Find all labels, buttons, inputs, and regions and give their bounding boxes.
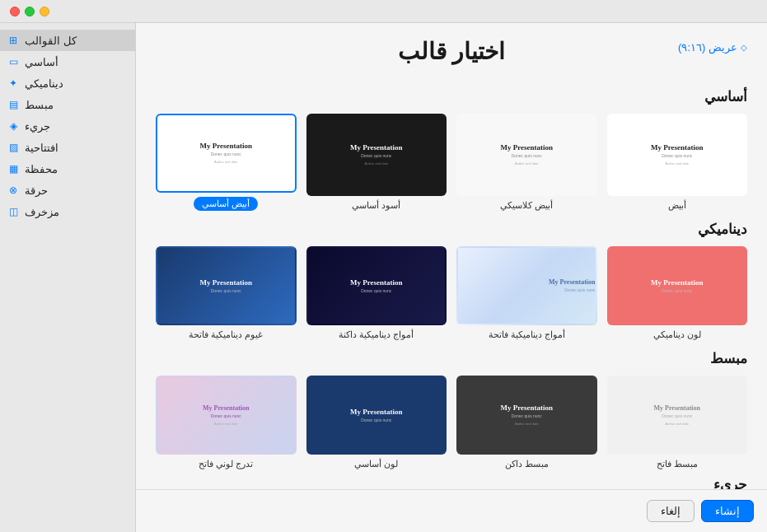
thumb-subtitle-bs: Donec quis nunc — [361, 418, 391, 422]
thumb-subtitle-ds: Donec quis nunc — [512, 413, 542, 418]
bold2-icon: ⊗ — [7, 184, 20, 197]
thumb-title-wc: My Presentation — [500, 143, 553, 152]
close-button[interactable] — [10, 7, 20, 16]
template-item-light-simple[interactable]: My Presentation Donec quis nunc Author a… — [607, 376, 748, 469]
thumb-subtitle-coral: Donec quis nunc — [662, 288, 692, 293]
template-thumb-cloud-light: My Presentation Donec quis nunc — [456, 246, 597, 325]
thumb-date-ds: Author and date — [515, 422, 538, 426]
sidebar-item-ornate[interactable]: مزخرف ◫ — [0, 201, 135, 222]
template-item-coral[interactable]: My Presentation Donec quis nunc لون دينا… — [607, 246, 748, 340]
template-item-white[interactable]: My Presentation Donec quis nunc Author a… — [607, 114, 748, 211]
template-label-blue-gradient: غيوم ديناميكية فاتحة — [189, 329, 263, 340]
minimize-button[interactable] — [40, 7, 49, 16]
template-item-white-classic[interactable]: My Presentation Donec quis nunc Author a… — [456, 114, 597, 211]
footer: إنشاء إلغاء — [136, 489, 767, 532]
thumb-date-gp: Author and date — [214, 422, 237, 426]
thumb-title-bg: My Presentation — [199, 278, 252, 287]
sidebar-item-bold[interactable]: جريء ◈ — [0, 115, 135, 137]
sidebar-item-bold2[interactable]: حرقة ⊗ — [0, 180, 135, 201]
sidebar-label-conservative: محفظة — [25, 163, 58, 175]
template-label-coral: لون ديناميكي — [653, 329, 701, 340]
template-thumb-blue-solid: My Presentation Donec quis nunc — [306, 376, 447, 455]
template-thumb-gradient-pink: My Presentation Donec quis nunc Author a… — [156, 376, 297, 455]
sidebar-item-all[interactable]: كل القوالب ⊞ — [0, 30, 135, 51]
sidebar-label-basic: أساسي — [25, 56, 58, 68]
thumb-title-ls: My Presentation — [654, 404, 701, 412]
sidebar-label-opening: افتتاحية — [25, 142, 58, 154]
cancel-button[interactable]: إلغاء — [647, 500, 695, 522]
thumb-subtitle-black: Donec quis nunc — [361, 153, 391, 158]
template-label-white-classic: أبيض كلاسيكي — [500, 200, 553, 211]
simple-icon: ▤ — [7, 98, 20, 111]
template-thumb-light-simple: My Presentation Donec quis nunc Author a… — [607, 376, 748, 455]
thumb-title-black: My Presentation — [350, 143, 403, 152]
template-thumb-dark-gradient: My Presentation Donec quis nunc — [306, 246, 447, 325]
template-thumb-dark-simple: My Presentation Donec quis nunc Author a… — [456, 376, 597, 455]
template-thumb-white-classic: My Presentation Donec quis nunc Author a… — [456, 114, 597, 196]
ratio-arrow-icon: ◇ — [741, 43, 747, 52]
thumb-subtitle-dg: Donec quis nunc — [361, 288, 391, 293]
template-label-dark-simple: مبسط داكن — [505, 459, 549, 469]
sidebar-item-opening[interactable]: افتتاحية ▨ — [0, 137, 135, 158]
sidebar-item-simple[interactable]: مبسط ▤ — [0, 94, 135, 115]
thumb-subtitle-wb: Donec quis nunc — [211, 152, 241, 156]
template-thumb-white-basic: My Presentation Donec quis nunc Author a… — [156, 114, 297, 193]
thumb-date-black: Author and date — [365, 161, 388, 166]
thumb-date-wc: Author and date — [515, 161, 538, 166]
ratio-label: عريض (٩:١٦) — [678, 41, 737, 54]
template-item-dark-gradient[interactable]: My Presentation Donec quis nunc أمواج دي… — [306, 246, 447, 340]
template-item-gradient-pink[interactable]: My Presentation Donec quis nunc Author a… — [156, 376, 297, 469]
thumb-date-ls: Author and date — [666, 422, 689, 426]
templates-grid-basic: My Presentation Donec quis nunc Author a… — [156, 114, 747, 211]
thumb-date: Author and date — [666, 161, 689, 166]
thumb-title-coral: My Presentation — [651, 278, 704, 287]
templates-scroll[interactable]: أساسي My Presentation Donec quis nunc Au… — [136, 75, 767, 489]
sidebar-item-dynamic[interactable]: ديناميكي ✦ — [0, 72, 135, 94]
thumb-title-ds: My Presentation — [500, 404, 553, 412]
page-title: اختيار قالب — [156, 38, 747, 65]
template-item-blue-solid[interactable]: My Presentation Donec quis nunc لون أساس… — [306, 376, 447, 469]
template-item-white-basic[interactable]: My Presentation Donec quis nunc Author a… — [156, 114, 297, 211]
thumb-date-wb: Author and date — [214, 160, 237, 164]
sidebar-label-ornate: مزخرف — [25, 206, 59, 218]
template-label-blue-solid: لون أساسي — [354, 459, 398, 469]
template-item-dark-simple[interactable]: My Presentation Donec quis nunc Author a… — [456, 376, 597, 469]
traffic-lights — [10, 7, 49, 16]
template-label-cloud-light: أمواج ديناميكية فاتحة — [489, 329, 565, 340]
sidebar-item-conservative[interactable]: محفظة ▦ — [0, 158, 135, 180]
ratio-selector[interactable]: ◇ عريض (٩:١٦) — [678, 41, 747, 54]
all-templates-icon: ⊞ — [7, 34, 20, 47]
templates-grid-dynamic: My Presentation Donec quis nunc لون دينا… — [156, 246, 747, 340]
thumb-subtitle-gp: Donec quis nunc — [211, 413, 241, 418]
section-title-dynamic: ديناميكي — [156, 221, 747, 238]
template-item-blue-gradient[interactable]: My Presentation Donec quis nunc غيوم دين… — [156, 246, 297, 340]
template-item-cloud-light[interactable]: My Presentation Donec quis nunc أمواج دي… — [456, 246, 597, 340]
thumb-title-bs: My Presentation — [350, 408, 403, 416]
main-container: اختيار قالب ◇ عريض (٩:١٦) أساسي My Prese… — [0, 23, 767, 532]
create-button[interactable]: إنشاء — [701, 500, 754, 522]
template-thumb-white: My Presentation Donec quis nunc Author a… — [607, 114, 748, 196]
template-label-light-simple: مبسط فاتح — [657, 459, 698, 469]
template-thumb-coral: My Presentation Donec quis nunc — [607, 246, 748, 325]
section-title-simple: مبسط — [156, 350, 747, 367]
section-title-basic: أساسي — [156, 88, 747, 105]
sidebar-item-basic[interactable]: أساسي ▭ — [0, 51, 135, 72]
sidebar-label-bold: جريء — [25, 120, 50, 133]
thumb-title: My Presentation — [651, 143, 704, 152]
maximize-button[interactable] — [25, 7, 35, 16]
template-selected-badge: أبيض أساسي — [194, 197, 258, 211]
basic-icon: ▭ — [7, 55, 20, 68]
thumb-title-dg: My Presentation — [350, 278, 403, 287]
template-item-black[interactable]: My Presentation Donec quis nunc Author a… — [306, 114, 447, 211]
dynamic-icon: ✦ — [7, 77, 20, 90]
sidebar-label-dynamic: ديناميكي — [25, 77, 63, 90]
template-label-gradient-pink: تدرج لوني فاتح — [199, 459, 253, 469]
template-label-black: أسود أساسي — [352, 200, 400, 211]
sidebar-label-simple: مبسط — [25, 99, 54, 111]
content-header: اختيار قالب ◇ عريض (٩:١٦) — [136, 23, 767, 75]
content-area: اختيار قالب ◇ عريض (٩:١٦) أساسي My Prese… — [136, 23, 767, 532]
template-label-white: أبيض — [668, 200, 686, 211]
template-thumb-black: My Presentation Donec quis nunc Author a… — [306, 114, 447, 196]
sidebar: كل القوالب ⊞ أساسي ▭ ديناميكي ✦ مبسط ▤ ج… — [0, 23, 136, 532]
sidebar-label-all: كل القوالب — [25, 35, 77, 47]
